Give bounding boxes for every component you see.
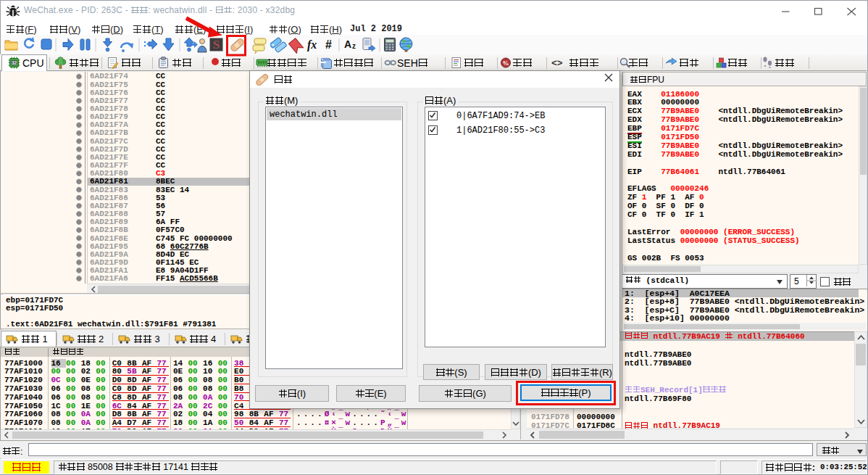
svg-text:<>: <> [551, 58, 563, 69]
svg-text:%: % [503, 59, 509, 67]
svg-text:fx: fx [307, 38, 317, 51]
svg-text:#: # [325, 38, 332, 51]
svg-text:32: 32 [12, 60, 17, 65]
svg-text:A: A [344, 38, 351, 50]
svg-text:z: z [352, 42, 356, 50]
